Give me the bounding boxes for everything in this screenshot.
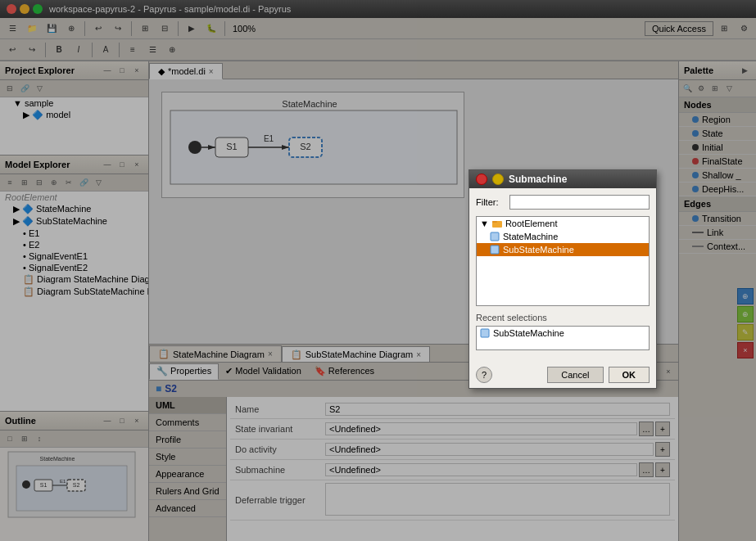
modal-action-buttons: Cancel OK <box>547 367 650 383</box>
modal-title: Submachine <box>509 174 567 185</box>
ok-button[interactable]: OK <box>609 367 650 383</box>
svg-rect-23 <box>491 232 499 241</box>
modal-footer: ? Cancel OK <box>469 363 656 388</box>
filter-input[interactable] <box>509 195 650 210</box>
recent-ssm-label: SubStateMachine <box>493 328 564 338</box>
modal-close-btn[interactable] <box>476 174 487 185</box>
filter-row: Filter: <box>476 195 650 210</box>
recent-ssm-icon <box>480 328 490 338</box>
modal-min-btn[interactable] <box>492 174 504 185</box>
svg-rect-22 <box>492 221 497 223</box>
sm-tree-label: StateMachine <box>503 232 558 241</box>
folder-icon <box>492 219 502 228</box>
modal-tree-root[interactable]: ▼ RootElement <box>477 217 649 230</box>
statemachine-icon <box>490 232 500 241</box>
filter-label: Filter: <box>476 197 505 207</box>
root-arrow: ▼ <box>480 219 489 228</box>
root-label: RootElement <box>505 219 558 228</box>
ssm-tree-label: SubStateMachine <box>503 245 574 255</box>
modal-overlay: Submachine Filter: ▼ RootElement <box>0 0 756 541</box>
cancel-button[interactable]: Cancel <box>547 367 603 383</box>
modal-titlebar: Submachine <box>469 170 656 188</box>
substatemachine-icon <box>490 245 500 255</box>
svg-rect-24 <box>491 246 499 254</box>
recent-item-ssm[interactable]: SubStateMachine <box>477 327 649 340</box>
submachine-dialog: Submachine Filter: ▼ RootElement <box>469 169 657 389</box>
svg-rect-25 <box>481 329 489 337</box>
help-button[interactable]: ? <box>476 367 492 383</box>
recent-label: Recent selections <box>476 313 650 322</box>
modal-tree-sm[interactable]: StateMachine <box>477 230 649 243</box>
recent-box: SubStateMachine <box>476 326 650 350</box>
modal-tree-box: ▼ RootElement StateMachine <box>476 216 650 306</box>
modal-body: Filter: ▼ RootElement StateMachine <box>469 188 656 363</box>
modal-tree-ssm[interactable]: SubStateMachine <box>477 243 649 256</box>
